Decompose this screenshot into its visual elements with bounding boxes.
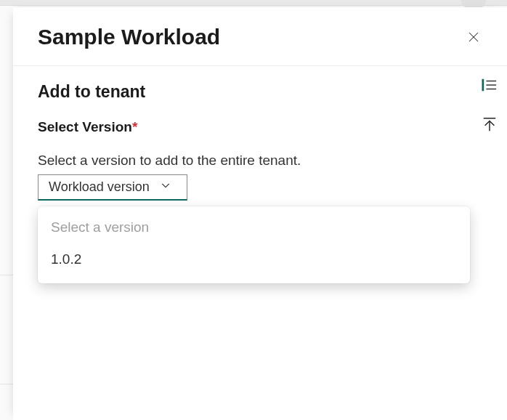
close-button[interactable] [462, 25, 485, 49]
side-toolbar [479, 75, 500, 134]
version-dropdown: Workload version Select a version 1.0.2 [38, 174, 470, 201]
version-dropdown-label: Workload version [49, 179, 150, 195]
close-icon [467, 31, 480, 44]
background-header-strip [0, 0, 507, 6]
version-dropdown-placeholder: Select a version [38, 215, 470, 244]
chevron-down-icon [160, 179, 171, 195]
list-view-button[interactable] [479, 75, 500, 95]
flyout-panel: Sample Workload [13, 7, 507, 420]
version-option[interactable]: 1.0.2 [38, 244, 470, 275]
scroll-to-top-button[interactable] [479, 114, 500, 134]
version-dropdown-button[interactable]: Workload version [38, 174, 187, 201]
required-indicator: * [132, 119, 137, 134]
section-title: Add to tenant [38, 82, 482, 102]
list-icon [482, 77, 498, 93]
panel-body: Add to tenant Select Version* Select a v… [13, 66, 507, 217]
background-left-strip [0, 6, 13, 420]
arrow-up-to-line-icon [482, 116, 498, 132]
panel-header: Sample Workload [13, 7, 507, 66]
field-help-text: Select a version to add to the entire te… [38, 153, 482, 169]
panel-title: Sample Workload [38, 25, 220, 49]
field-label: Select Version* [38, 119, 482, 135]
field-label-text: Select Version [38, 119, 132, 134]
version-dropdown-list: Select a version 1.0.2 [38, 206, 470, 283]
